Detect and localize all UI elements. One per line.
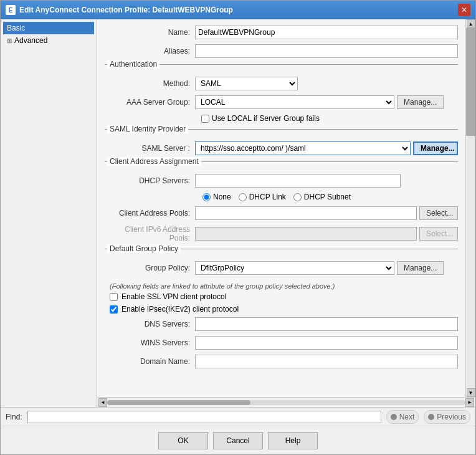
auth-section-header: Authentication [105, 64, 458, 72]
next-button[interactable]: Next [386, 410, 419, 424]
previous-label: Previous [437, 413, 466, 421]
saml-section-header: SAML Identity Provider [105, 129, 458, 136]
group-policy-label: Group Policy: [105, 264, 195, 272]
name-row: Name: [105, 26, 458, 39]
scroll-left-button[interactable]: ◄ [98, 398, 107, 407]
radio-none-label: None [213, 193, 231, 201]
select-pools-button[interactable]: Select... [419, 206, 458, 220]
info-text: (Following fields are linked to attribut… [105, 280, 458, 292]
scroll-down-button[interactable]: ▼ [467, 388, 475, 397]
dhcp-servers-input[interactable] [195, 174, 401, 188]
right-panel: Name: Aliases: Authentication Method [97, 19, 475, 407]
name-input[interactable] [195, 26, 458, 39]
window-title: Edit AnyConnect Connection Profile: Defa… [19, 6, 233, 14]
form-scroll[interactable]: Name: Aliases: Authentication Method [97, 19, 465, 397]
dns-servers-input[interactable] [195, 317, 458, 331]
sidebar: Basic ⊞ Advanced [1, 19, 97, 407]
aaa-server-group-select[interactable]: LOCAL [195, 95, 394, 109]
dns-servers-row: DNS Servers: [105, 317, 458, 331]
dhcp-servers-label: DHCP Servers: [105, 176, 195, 185]
main-content: Basic ⊞ Advanced Name: Aliases: [1, 19, 475, 407]
method-label: Method: [105, 79, 195, 88]
find-label: Find: [6, 413, 22, 421]
aaa-manage-button[interactable]: Manage... [397, 95, 444, 109]
sidebar-label-basic: Basic [7, 24, 25, 32]
radio-dhcp-subnet-label: DHCP Subnet [304, 193, 351, 201]
group-manage-button[interactable]: Manage... [397, 261, 444, 275]
saml-manage-button[interactable]: Manage... [413, 141, 458, 155]
find-bar: Find: Next Previous [1, 407, 475, 426]
aaa-server-group-label: AAA Server Group: [105, 98, 195, 107]
client-addr-section-label: Client Address Assignment [107, 157, 201, 166]
title-bar-left: E Edit AnyConnect Connection Profile: De… [6, 5, 233, 15]
radio-dhcp-link-input[interactable] [239, 193, 247, 201]
use-local-checkbox[interactable] [201, 115, 209, 123]
window-icon: E [6, 5, 16, 15]
saml-section-label: SAML Identity Provider [107, 125, 188, 133]
ok-button[interactable]: OK [158, 432, 208, 449]
radio-group: None DHCP Link DHCP Subnet [201, 193, 351, 201]
ssl-vpn-label: Enable SSL VPN client protocol [121, 292, 226, 301]
scroll-thumb-horiz[interactable] [107, 400, 250, 405]
bottom-buttons: OK Cancel Help [1, 426, 475, 454]
domain-name-row: Domain Name: [105, 355, 458, 368]
name-label: Name: [105, 28, 195, 37]
sidebar-label-advanced: Advanced [14, 36, 47, 45]
domain-name-input[interactable] [195, 355, 458, 368]
aliases-row: Aliases: [105, 44, 458, 58]
cancel-button[interactable]: Cancel [213, 432, 263, 449]
wins-servers-row: WINS Servers: [105, 336, 458, 350]
radio-dhcp-link[interactable]: DHCP Link [239, 193, 286, 201]
auth-section-label: Authentication [107, 60, 159, 69]
use-local-row: Use LOCAL if Server Group fails [105, 114, 458, 123]
ssl-vpn-row: Enable SSL VPN client protocol [105, 292, 458, 301]
next-label: Next [399, 413, 415, 421]
dns-servers-label: DNS Servers: [105, 320, 195, 328]
client-addr-pools-input[interactable] [195, 206, 417, 220]
horizontal-scrollbar[interactable]: ◄ ► [97, 397, 475, 407]
title-bar: E Edit AnyConnect Connection Profile: De… [1, 1, 475, 19]
sidebar-item-basic[interactable]: Basic [3, 22, 94, 34]
saml-server-row: SAML Server : https://sso.acceptto.com/ … [105, 141, 458, 155]
help-button[interactable]: Help [268, 432, 318, 449]
scroll-track [466, 28, 475, 388]
dhcp-servers-row: DHCP Servers: [105, 174, 458, 188]
form-panel: Name: Aliases: Authentication Method [97, 19, 475, 397]
ipsec-checkbox[interactable] [110, 305, 118, 314]
group-policy-select[interactable]: DfltGrpPolicy [195, 261, 394, 275]
find-input[interactable] [27, 411, 381, 423]
scroll-thumb[interactable] [466, 28, 475, 136]
ssl-vpn-checkbox[interactable] [110, 293, 118, 301]
wins-servers-input[interactable] [195, 336, 458, 350]
radio-none[interactable]: None [202, 193, 231, 201]
main-window: E Edit AnyConnect Connection Profile: De… [0, 0, 476, 455]
ipsec-label: Enable IPsec(IKEv2) client protocol [121, 305, 239, 314]
next-dot-icon [391, 414, 397, 420]
method-row: Method: SAML AAA Certificate [105, 77, 458, 90]
client-ipv6-pools-row: Client IPv6 Address Pools: Select... [105, 225, 458, 242]
saml-server-label: SAML Server : [105, 144, 195, 153]
scroll-right-button[interactable]: ► [465, 398, 474, 407]
default-group-policy-section-header: Default Group Policy [105, 249, 458, 256]
aliases-input[interactable] [195, 44, 458, 58]
vertical-scrollbar[interactable]: ▲ ▼ [465, 19, 475, 397]
group-policy-row: Group Policy: DfltGrpPolicy Manage... [105, 261, 458, 275]
client-ipv6-pools-input[interactable] [195, 227, 417, 241]
sidebar-item-advanced[interactable]: ⊞ Advanced [3, 34, 94, 47]
aaa-server-group-row: AAA Server Group: LOCAL Manage... [105, 95, 458, 109]
radio-dhcp-subnet-input[interactable] [293, 193, 302, 201]
method-select[interactable]: SAML AAA Certificate [195, 77, 298, 90]
close-button[interactable]: ✕ [458, 4, 470, 16]
previous-button[interactable]: Previous [424, 410, 470, 424]
ipsec-row: Enable IPsec(IKEv2) client protocol [105, 305, 458, 314]
domain-name-label: Domain Name: [105, 357, 195, 366]
default-group-policy-section-label: Default Group Policy [107, 244, 181, 253]
client-addr-pools-label: Client Address Pools: [105, 209, 195, 218]
scroll-up-button[interactable]: ▲ [467, 19, 475, 28]
saml-server-select[interactable]: https://sso.acceptto.com/ )/saml [195, 141, 411, 155]
scroll-track-horiz [107, 400, 465, 405]
client-addr-pools-row: Client Address Pools: Select... [105, 206, 458, 220]
radio-dhcp-subnet[interactable]: DHCP Subnet [293, 193, 351, 201]
radio-dhcp-link-label: DHCP Link [249, 193, 286, 201]
radio-none-input[interactable] [202, 193, 211, 201]
